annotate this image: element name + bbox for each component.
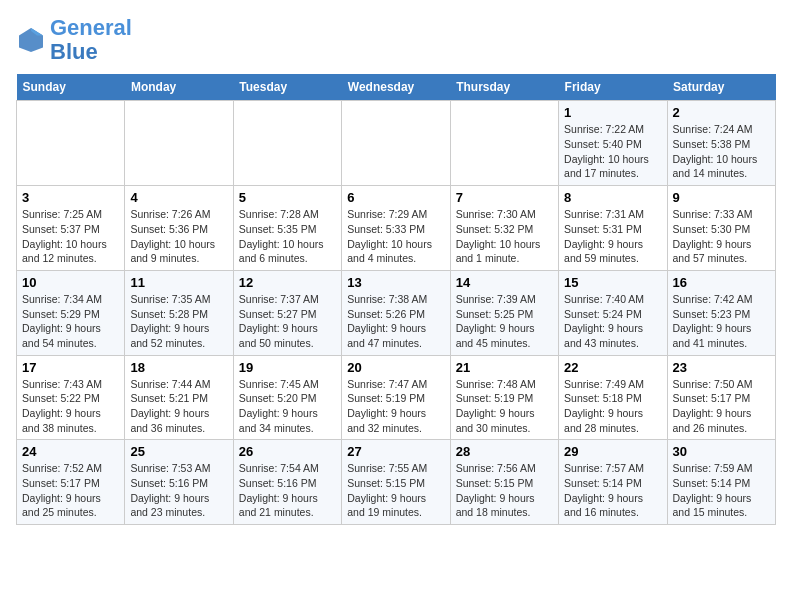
day-number: 20 [347, 360, 444, 375]
day-info: Sunrise: 7:39 AM Sunset: 5:25 PM Dayligh… [456, 292, 553, 351]
day-info: Sunrise: 7:42 AM Sunset: 5:23 PM Dayligh… [673, 292, 770, 351]
calendar-cell: 22Sunrise: 7:49 AM Sunset: 5:18 PM Dayli… [559, 355, 667, 440]
calendar-cell: 5Sunrise: 7:28 AM Sunset: 5:35 PM Daylig… [233, 186, 341, 271]
day-info: Sunrise: 7:35 AM Sunset: 5:28 PM Dayligh… [130, 292, 227, 351]
calendar-cell: 29Sunrise: 7:57 AM Sunset: 5:14 PM Dayli… [559, 440, 667, 525]
calendar-cell: 9Sunrise: 7:33 AM Sunset: 5:30 PM Daylig… [667, 186, 775, 271]
calendar-cell: 20Sunrise: 7:47 AM Sunset: 5:19 PM Dayli… [342, 355, 450, 440]
day-number: 15 [564, 275, 661, 290]
calendar-cell: 1Sunrise: 7:22 AM Sunset: 5:40 PM Daylig… [559, 101, 667, 186]
calendar-cell: 24Sunrise: 7:52 AM Sunset: 5:17 PM Dayli… [17, 440, 125, 525]
day-number: 5 [239, 190, 336, 205]
day-info: Sunrise: 7:28 AM Sunset: 5:35 PM Dayligh… [239, 207, 336, 266]
calendar-cell [233, 101, 341, 186]
calendar-week-row: 10Sunrise: 7:34 AM Sunset: 5:29 PM Dayli… [17, 270, 776, 355]
day-info: Sunrise: 7:48 AM Sunset: 5:19 PM Dayligh… [456, 377, 553, 436]
weekday-header-cell: Friday [559, 74, 667, 101]
svg-marker-0 [19, 28, 43, 52]
day-number: 3 [22, 190, 119, 205]
day-info: Sunrise: 7:47 AM Sunset: 5:19 PM Dayligh… [347, 377, 444, 436]
calendar-cell [125, 101, 233, 186]
day-info: Sunrise: 7:57 AM Sunset: 5:14 PM Dayligh… [564, 461, 661, 520]
calendar-cell: 2Sunrise: 7:24 AM Sunset: 5:38 PM Daylig… [667, 101, 775, 186]
day-number: 28 [456, 444, 553, 459]
day-number: 19 [239, 360, 336, 375]
day-number: 18 [130, 360, 227, 375]
calendar-cell: 19Sunrise: 7:45 AM Sunset: 5:20 PM Dayli… [233, 355, 341, 440]
calendar-cell [342, 101, 450, 186]
calendar-cell: 28Sunrise: 7:56 AM Sunset: 5:15 PM Dayli… [450, 440, 558, 525]
day-number: 27 [347, 444, 444, 459]
calendar-cell [17, 101, 125, 186]
calendar-cell: 18Sunrise: 7:44 AM Sunset: 5:21 PM Dayli… [125, 355, 233, 440]
calendar-cell: 13Sunrise: 7:38 AM Sunset: 5:26 PM Dayli… [342, 270, 450, 355]
logo-text: GeneralBlue [50, 16, 132, 64]
day-number: 10 [22, 275, 119, 290]
calendar-cell: 17Sunrise: 7:43 AM Sunset: 5:22 PM Dayli… [17, 355, 125, 440]
day-number: 29 [564, 444, 661, 459]
logo-icon [16, 25, 46, 55]
calendar-cell: 23Sunrise: 7:50 AM Sunset: 5:17 PM Dayli… [667, 355, 775, 440]
day-number: 8 [564, 190, 661, 205]
day-number: 7 [456, 190, 553, 205]
calendar-cell: 15Sunrise: 7:40 AM Sunset: 5:24 PM Dayli… [559, 270, 667, 355]
day-info: Sunrise: 7:38 AM Sunset: 5:26 PM Dayligh… [347, 292, 444, 351]
day-number: 9 [673, 190, 770, 205]
day-number: 30 [673, 444, 770, 459]
day-info: Sunrise: 7:43 AM Sunset: 5:22 PM Dayligh… [22, 377, 119, 436]
weekday-header-cell: Sunday [17, 74, 125, 101]
weekday-header-cell: Tuesday [233, 74, 341, 101]
day-info: Sunrise: 7:55 AM Sunset: 5:15 PM Dayligh… [347, 461, 444, 520]
calendar-week-row: 17Sunrise: 7:43 AM Sunset: 5:22 PM Dayli… [17, 355, 776, 440]
day-number: 14 [456, 275, 553, 290]
day-info: Sunrise: 7:30 AM Sunset: 5:32 PM Dayligh… [456, 207, 553, 266]
day-number: 17 [22, 360, 119, 375]
calendar-table: SundayMondayTuesdayWednesdayThursdayFrid… [16, 74, 776, 525]
weekday-header-cell: Saturday [667, 74, 775, 101]
day-info: Sunrise: 7:26 AM Sunset: 5:36 PM Dayligh… [130, 207, 227, 266]
day-number: 21 [456, 360, 553, 375]
calendar-cell: 27Sunrise: 7:55 AM Sunset: 5:15 PM Dayli… [342, 440, 450, 525]
day-number: 24 [22, 444, 119, 459]
day-info: Sunrise: 7:53 AM Sunset: 5:16 PM Dayligh… [130, 461, 227, 520]
day-info: Sunrise: 7:50 AM Sunset: 5:17 PM Dayligh… [673, 377, 770, 436]
day-info: Sunrise: 7:40 AM Sunset: 5:24 PM Dayligh… [564, 292, 661, 351]
day-info: Sunrise: 7:44 AM Sunset: 5:21 PM Dayligh… [130, 377, 227, 436]
weekday-header-cell: Wednesday [342, 74, 450, 101]
day-number: 22 [564, 360, 661, 375]
day-info: Sunrise: 7:31 AM Sunset: 5:31 PM Dayligh… [564, 207, 661, 266]
calendar-week-row: 1Sunrise: 7:22 AM Sunset: 5:40 PM Daylig… [17, 101, 776, 186]
day-number: 4 [130, 190, 227, 205]
calendar-cell: 10Sunrise: 7:34 AM Sunset: 5:29 PM Dayli… [17, 270, 125, 355]
day-info: Sunrise: 7:56 AM Sunset: 5:15 PM Dayligh… [456, 461, 553, 520]
calendar-cell: 8Sunrise: 7:31 AM Sunset: 5:31 PM Daylig… [559, 186, 667, 271]
day-number: 13 [347, 275, 444, 290]
calendar-cell: 25Sunrise: 7:53 AM Sunset: 5:16 PM Dayli… [125, 440, 233, 525]
calendar-week-row: 24Sunrise: 7:52 AM Sunset: 5:17 PM Dayli… [17, 440, 776, 525]
weekday-header-cell: Monday [125, 74, 233, 101]
day-info: Sunrise: 7:22 AM Sunset: 5:40 PM Dayligh… [564, 122, 661, 181]
calendar-cell [450, 101, 558, 186]
calendar-body: 1Sunrise: 7:22 AM Sunset: 5:40 PM Daylig… [17, 101, 776, 525]
calendar-cell: 4Sunrise: 7:26 AM Sunset: 5:36 PM Daylig… [125, 186, 233, 271]
logo: GeneralBlue [16, 16, 132, 64]
day-info: Sunrise: 7:54 AM Sunset: 5:16 PM Dayligh… [239, 461, 336, 520]
day-info: Sunrise: 7:45 AM Sunset: 5:20 PM Dayligh… [239, 377, 336, 436]
day-number: 26 [239, 444, 336, 459]
calendar-cell: 26Sunrise: 7:54 AM Sunset: 5:16 PM Dayli… [233, 440, 341, 525]
weekday-header-cell: Thursday [450, 74, 558, 101]
page-header: GeneralBlue [16, 16, 776, 64]
day-info: Sunrise: 7:49 AM Sunset: 5:18 PM Dayligh… [564, 377, 661, 436]
calendar-cell: 12Sunrise: 7:37 AM Sunset: 5:27 PM Dayli… [233, 270, 341, 355]
day-number: 6 [347, 190, 444, 205]
day-number: 2 [673, 105, 770, 120]
day-number: 25 [130, 444, 227, 459]
calendar-cell: 6Sunrise: 7:29 AM Sunset: 5:33 PM Daylig… [342, 186, 450, 271]
day-number: 12 [239, 275, 336, 290]
calendar-cell: 14Sunrise: 7:39 AM Sunset: 5:25 PM Dayli… [450, 270, 558, 355]
calendar-cell: 11Sunrise: 7:35 AM Sunset: 5:28 PM Dayli… [125, 270, 233, 355]
day-info: Sunrise: 7:52 AM Sunset: 5:17 PM Dayligh… [22, 461, 119, 520]
calendar-cell: 7Sunrise: 7:30 AM Sunset: 5:32 PM Daylig… [450, 186, 558, 271]
calendar-cell: 16Sunrise: 7:42 AM Sunset: 5:23 PM Dayli… [667, 270, 775, 355]
calendar-cell: 30Sunrise: 7:59 AM Sunset: 5:14 PM Dayli… [667, 440, 775, 525]
